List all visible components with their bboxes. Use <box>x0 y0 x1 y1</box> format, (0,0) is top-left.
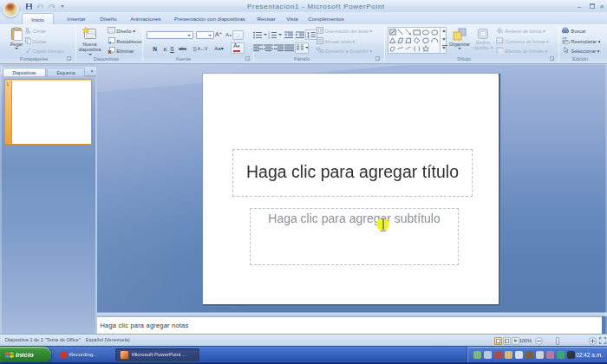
svg-text:3: 3 <box>268 36 270 39</box>
